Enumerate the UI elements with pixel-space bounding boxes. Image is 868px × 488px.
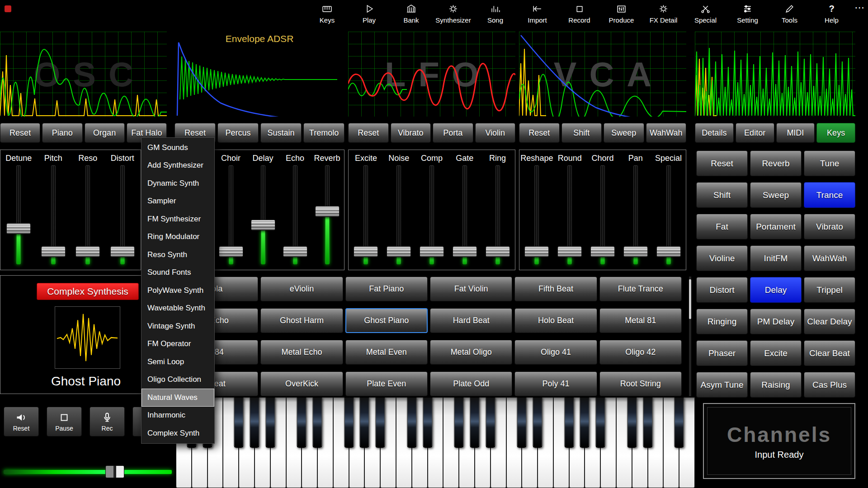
vca-mode-button[interactable]: Reset	[519, 123, 560, 143]
slider-handle[interactable]	[75, 246, 100, 257]
preset-button[interactable]: Root String	[599, 371, 682, 396]
toolbar-item-special[interactable]: Special	[684, 4, 726, 30]
preset-button[interactable]: Flute Trance	[599, 277, 682, 301]
menu-item[interactable]: Oligo Collection	[142, 371, 214, 389]
menu-item[interactable]: Natural Waves	[142, 389, 214, 407]
vertical-slider[interactable]: Noise	[382, 152, 415, 266]
piano-black-key[interactable]	[344, 397, 354, 448]
vca-mode-button[interactable]: WahWah	[646, 123, 687, 143]
menu-item[interactable]: Dynamic Synth	[142, 174, 214, 192]
slider-handle[interactable]	[110, 246, 135, 257]
toolbar-item-synthesizer[interactable]: Synthesizer	[432, 4, 474, 30]
fx-button[interactable]: Reset	[696, 150, 748, 176]
preset-button[interactable]: Metal 81	[599, 308, 682, 333]
preset-button[interactable]: Metal Even	[345, 340, 428, 365]
vertical-slider[interactable]: Comp	[415, 152, 448, 266]
toolbar-item-record[interactable]: Record	[558, 4, 600, 30]
preset-button[interactable]: Ghost Piano	[345, 308, 428, 333]
fx-button[interactable]: Trance	[804, 182, 855, 208]
fx-button[interactable]: Clear Delay	[804, 309, 855, 334]
toolbar-item-tools[interactable]: Tools	[769, 4, 811, 30]
vertical-slider[interactable]: Round	[553, 152, 586, 266]
preset-button[interactable]: Fat Violin	[430, 277, 512, 301]
vertical-slider[interactable]: Reverb	[311, 152, 343, 266]
toolbar-item-produce[interactable]: Produce	[600, 4, 642, 30]
preset-button[interactable]: Ghost Harm	[260, 308, 343, 333]
fx-button[interactable]: Delay	[750, 277, 802, 303]
fx-button[interactable]: Asym Tune	[696, 372, 748, 398]
preset-button[interactable]: Plate Even	[345, 371, 428, 396]
piano-black-key[interactable]	[533, 397, 542, 448]
lfo-mode-button[interactable]: Vibrato	[391, 123, 431, 143]
fx-button[interactable]: PM Delay	[750, 309, 802, 334]
slider-track[interactable]	[314, 164, 340, 266]
vertical-slider[interactable]: Excite	[349, 152, 382, 266]
slider-handle[interactable]	[41, 246, 66, 257]
fx-button[interactable]: Raising	[750, 372, 802, 398]
fx-button[interactable]: Portament	[750, 214, 802, 239]
master-view-button[interactable]: Editor	[736, 123, 774, 143]
menu-item[interactable]: PolyWave Synth	[142, 282, 214, 300]
vertical-slider[interactable]: Reshape	[520, 152, 553, 266]
vertical-slider[interactable]: Echo	[279, 152, 311, 266]
fx-button[interactable]: Tune	[804, 150, 855, 176]
piano-black-key[interactable]	[675, 397, 684, 448]
vertical-slider[interactable]: Special	[652, 152, 685, 266]
slider-track[interactable]	[419, 164, 445, 266]
slider-handle[interactable]	[315, 206, 340, 217]
slider-track[interactable]	[109, 164, 136, 266]
fx-button[interactable]: Vibrato	[804, 214, 855, 239]
lfo-mode-button[interactable]: Violin	[475, 123, 516, 143]
slider-track[interactable]	[5, 164, 32, 266]
piano-black-key[interactable]	[486, 397, 495, 448]
preset-scrollbar[interactable]	[689, 277, 691, 396]
menu-item[interactable]: Add Synthesizer	[142, 157, 214, 175]
slider-track[interactable]	[250, 164, 276, 266]
menu-item[interactable]: Sound Fonts	[142, 264, 214, 282]
slider-track[interactable]	[524, 164, 550, 266]
menu-item[interactable]: Inharmonic	[142, 407, 214, 425]
toolbar-item-song[interactable]: Song	[474, 4, 516, 30]
osc-mode-button[interactable]: Reset	[0, 123, 40, 143]
slider-track[interactable]	[590, 164, 616, 266]
slider-handle[interactable]	[623, 246, 648, 257]
vertical-slider[interactable]: Gate	[448, 152, 481, 266]
slider-handle[interactable]	[656, 246, 681, 257]
fx-button[interactable]: Fat	[696, 214, 748, 239]
fx-button[interactable]: Excite	[750, 340, 802, 366]
preset-button[interactable]: Fifth Beat	[514, 277, 597, 301]
preset-button[interactable]: Metal Echo	[260, 340, 343, 365]
piano-black-key[interactable]	[580, 397, 590, 448]
piano-black-key[interactable]	[376, 397, 385, 448]
transport-rec-button[interactable]: Rec	[90, 407, 125, 436]
preset-button[interactable]: OverKick	[260, 371, 343, 396]
menu-item[interactable]: FM Synthesizer	[142, 210, 214, 228]
fx-button[interactable]: Violine	[696, 245, 748, 271]
slider-handle[interactable]	[453, 246, 477, 257]
volume-handle[interactable]	[105, 465, 124, 478]
transport-pause-button[interactable]: Pause	[47, 407, 82, 436]
toolbar-item-setting[interactable]: Setting	[726, 4, 769, 30]
slider-track[interactable]	[485, 164, 511, 266]
slider-handle[interactable]	[486, 246, 510, 257]
preset-button[interactable]: Fat Piano	[345, 277, 428, 301]
piano-black-key[interactable]	[407, 397, 416, 448]
menu-item[interactable]: GM Sounds	[142, 139, 214, 157]
slider-handle[interactable]	[387, 246, 411, 257]
toolbar-item-fx-detail[interactable]: FX Detail	[642, 4, 684, 30]
slider-handle[interactable]	[420, 246, 444, 257]
fx-button[interactable]: Phaser	[696, 340, 748, 366]
fx-button[interactable]: Ringing	[696, 309, 748, 334]
toolbar-item-play[interactable]: Play	[348, 4, 390, 30]
preset-scrollbar-thumb[interactable]	[689, 279, 691, 319]
toolbar-item-keys[interactable]: Keys	[306, 4, 348, 30]
slider-track[interactable]	[656, 164, 682, 266]
slider-handle[interactable]	[557, 246, 582, 257]
slider-handle[interactable]	[354, 246, 378, 257]
menu-item[interactable]: Complex Synth	[142, 424, 214, 442]
fx-button[interactable]: WahWah	[804, 245, 855, 271]
master-view-button[interactable]: Keys	[816, 123, 855, 143]
piano-black-key[interactable]	[313, 397, 322, 448]
fx-button[interactable]: Distort	[696, 277, 748, 303]
piano-black-key[interactable]	[423, 397, 432, 448]
